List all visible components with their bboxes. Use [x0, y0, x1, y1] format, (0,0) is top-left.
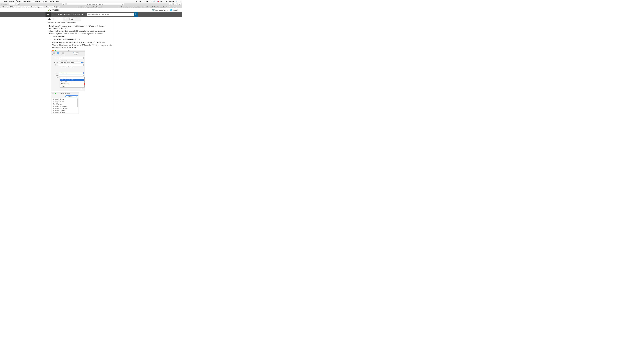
status-icon-1[interactable]: ◐ — [136, 0, 138, 2]
menu-bookmarks[interactable]: Signets — [42, 0, 47, 2]
step-3: Passez à l'optionIP dans la partie supér… — [49, 33, 114, 48]
forward-button[interactable]: 〉 — [12, 3, 15, 6]
share-button[interactable]: ⇪ — [174, 3, 177, 6]
hostname[interactable]: imac27 — [169, 0, 174, 2]
fld-location — [59, 74, 84, 76]
sidebar-button[interactable]: ▥ — [16, 3, 20, 6]
screenshot-printer-software: Printer Software 🔍 designjetⓧ HP DesignJ… — [51, 92, 79, 114]
autodesk-logo-icon — [48, 9, 50, 11]
dd-opt-4: Other… — [60, 86, 84, 88]
language-menu[interactable]: 🌐 Français — [170, 9, 180, 11]
hint-address: Valid and complete host name or address. — [60, 59, 84, 61]
dlg2-title: Printer Software — [51, 92, 79, 94]
tabs-button[interactable]: ⧉ — [178, 3, 181, 6]
input-flag-icon[interactable] — [157, 1, 159, 2]
globe-icon: 🌐 — [170, 9, 172, 11]
printer-list: HP DesignJet 111 Roll HP DesignJet 111 T… — [52, 98, 78, 113]
bluetooth-icon[interactable]: ⧓ — [146, 0, 148, 2]
autodesk-logo[interactable]: AUTODESK — [48, 9, 59, 11]
search-input[interactable] — [101, 13, 134, 16]
menu-file[interactable]: Fichier — [9, 0, 14, 2]
autodesk-brand-text: AUTODESK — [50, 9, 59, 11]
list-item: hp designjet 130 — [52, 102, 78, 104]
status-icon-2[interactable]: ⊚ — [139, 0, 141, 2]
search-scope-dropdown[interactable]: AutoCAD for Mac — [87, 13, 101, 16]
reader-button[interactable]: ≡ — [62, 3, 65, 6]
list-item: HP DesignJet 500 plus 24 — [52, 110, 78, 112]
list-item: HP DesignJet 111 Tray — [52, 100, 78, 102]
new-tab-button[interactable]: + — [179, 6, 182, 8]
tab-ip: IP — [56, 52, 60, 56]
dd-opt-3: Select Software… — [60, 83, 84, 85]
tab-1[interactable]: Répondre au message - Autodesk Community — [60, 6, 119, 8]
reload-icon[interactable]: ⟳ — [122, 4, 123, 5]
tab-0[interactable]: Impression de grand format PDF dans Auto… — [0, 6, 60, 8]
article: Solution : Configurer un grand format IP… — [47, 18, 114, 114]
safari-tabbar: Impression de grand format PDF dans Auto… — [0, 6, 182, 8]
use-dropdown: Auto Select ✓ Generic PostScript Printer… — [60, 77, 84, 88]
avatar — [152, 9, 154, 11]
menu-edit[interactable]: Édition — [16, 0, 20, 2]
window-minimize[interactable] — [3, 4, 4, 5]
remnant-hint: Destination Paper Size and out mode — [64, 17, 80, 20]
screenshot-add-printer: Add Default IP Windows 🔍 Search Search A… — [51, 50, 85, 91]
dlg-search: 🔍 Search — [73, 52, 78, 54]
spotlight-icon[interactable]: 🔍 — [176, 0, 178, 2]
add-button-disabled: Add — [52, 88, 84, 90]
tab-default: Default — [52, 52, 56, 56]
volume-icon[interactable]: 🔊 — [153, 0, 155, 2]
menu-history[interactable]: Historique — [33, 0, 40, 2]
clock[interactable]: Ven. 11:02 — [160, 0, 168, 2]
app-name[interactable]: Safari — [3, 0, 7, 2]
back-button[interactable]: 〈 — [9, 3, 12, 6]
menu-window[interactable]: Fenêtre — [49, 0, 54, 2]
lbl-location: Location: — [52, 75, 59, 76]
downloads-button[interactable]: ⬇ — [169, 3, 172, 6]
page-content: Destination Paper Size and out mode OK S… — [0, 17, 182, 114]
dialog-remnant: Destination Paper Size and out mode OK — [63, 17, 80, 21]
site-title: AUTODESK KNOWLEDGE NETWORK — [52, 14, 85, 16]
notification-center-icon[interactable]: ≡ — [179, 0, 181, 2]
fld-protocol: Line Printer Daemon - LPD⌄ — [59, 62, 84, 64]
step-1: Dans le menuPommedans la partie supérieu… — [49, 25, 114, 30]
autodesk-nav: AUTODESK KNOWLEDGE NETWORK AutoCAD for M… — [0, 12, 182, 17]
substep-use: Utilisation :Sélectionnez logiciel …> ch… — [52, 44, 114, 48]
lbl-address: Address: — [52, 57, 59, 59]
url-text: knowledge.autodesk.com — [87, 4, 103, 5]
scrollbar — [77, 98, 78, 107]
window-zoom[interactable] — [5, 4, 7, 5]
window-close[interactable] — [1, 4, 2, 5]
tab-2[interactable]: Comment restaurer les paramètres par déf… — [119, 6, 179, 8]
substep-address: Adresse : localhost — [52, 36, 114, 38]
hamburger-menu[interactable] — [46, 12, 50, 17]
lbl-name: Name: — [52, 72, 59, 74]
fld-queue — [59, 64, 84, 66]
fld-address: localhost — [59, 57, 84, 59]
list-item: HP DesignJet 111 Roll — [52, 98, 78, 100]
wifi-icon[interactable]: ⚞ — [150, 0, 152, 2]
dd-opt-1: ✓ Generic PostScript Printer — [60, 79, 84, 81]
tab-windows: Windows — [60, 52, 65, 56]
hint-queue: Leave blank for default queue. — [60, 66, 84, 68]
autodesk-topbar: AUTODESK Stephanie Fleury 🌐 Français — [0, 8, 182, 12]
lbl-protocol: Protocol: — [52, 62, 59, 64]
safari-toolbar: 〈 〉 ▥ ≡ knowledge.autodesk.com ⟳ ⬇ ⇪ ⧉ — [0, 3, 182, 6]
substep-protocol: Protocole :ligne imprimante démon - Lpd — [52, 38, 114, 40]
status-icon-3[interactable]: ⤺ — [142, 0, 144, 2]
search-button[interactable]: 🔍 — [134, 12, 138, 17]
solution-heading: Solution : — [47, 18, 114, 20]
step-2: Cliquez sur le bouton+ dans la partie in… — [49, 30, 114, 32]
menu-view[interactable]: Présentation — [22, 0, 31, 2]
menu-help[interactable]: Aide — [56, 0, 59, 2]
search-icon: 🔍 — [134, 13, 137, 16]
list-item: HP DesignJet 500 plus 42 — [52, 111, 78, 113]
substep-name: Nom : DWG to PDF ( ou tout ce que vous s… — [52, 41, 114, 43]
dlg2-search: 🔍 designjetⓧ — [66, 96, 78, 97]
language-label: Français — [172, 9, 180, 11]
user-name: Stephanie Fleury — [155, 10, 168, 12]
user-menu[interactable]: Stephanie Fleury — [152, 9, 168, 12]
dlg-title: Add — [51, 50, 85, 52]
address-bar[interactable]: knowledge.autodesk.com ⟳ — [66, 3, 124, 6]
list-item: HP DesignJet 500 - 24 inches — [52, 106, 78, 108]
lbl-queue: Queue: — [52, 64, 59, 66]
